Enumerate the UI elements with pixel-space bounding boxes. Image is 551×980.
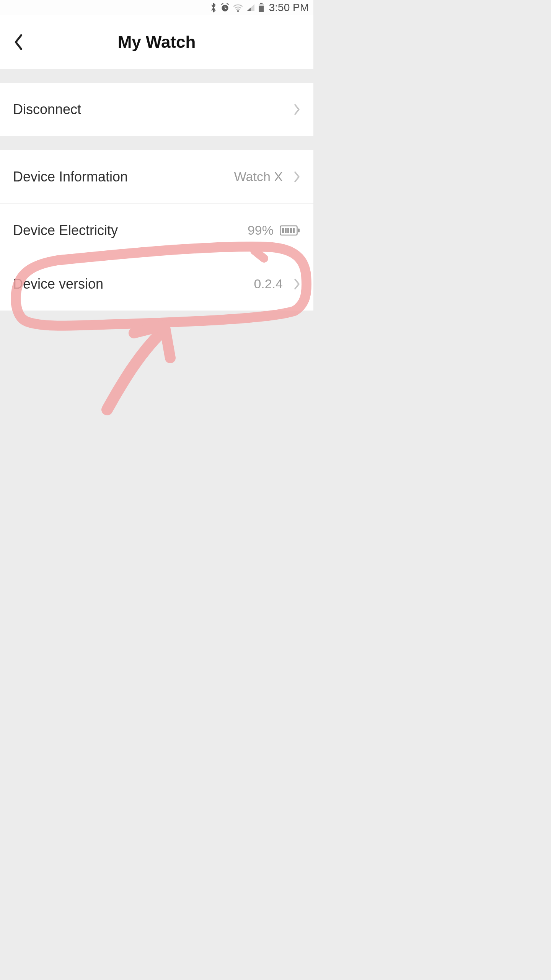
section-gap	[0, 69, 313, 83]
back-button[interactable]	[9, 33, 28, 52]
disconnect-label: Disconnect	[13, 101, 289, 118]
chevron-right-icon	[293, 278, 300, 290]
chevron-right-icon	[293, 171, 300, 183]
device-version-row[interactable]: Device version 0.2.4	[0, 257, 313, 311]
app-header: My Watch	[0, 15, 313, 69]
alarm-icon	[220, 3, 230, 13]
device-version-value: 0.2.4	[254, 276, 283, 291]
empty-area	[0, 311, 313, 551]
section-gap	[0, 136, 313, 150]
status-time: 3:50 PM	[269, 2, 309, 14]
page-title: My Watch	[0, 33, 313, 52]
chevron-right-icon	[293, 103, 300, 116]
svg-point-1	[237, 10, 238, 11]
device-electricity-label: Device Electricity	[13, 222, 248, 238]
svg-rect-4	[259, 6, 264, 12]
svg-rect-2	[260, 3, 262, 4]
battery-status-icon	[258, 3, 264, 13]
svg-rect-10	[290, 228, 292, 233]
device-electricity-value: 99%	[248, 223, 274, 238]
disconnect-row[interactable]: Disconnect	[0, 83, 313, 136]
svg-rect-9	[287, 228, 289, 233]
cellular-signal-icon	[246, 3, 255, 12]
svg-rect-8	[285, 228, 287, 233]
device-information-label: Device Information	[13, 169, 234, 185]
device-electricity-row: Device Electricity 99%	[0, 204, 313, 257]
bluetooth-icon	[210, 2, 217, 13]
device-information-value: Watch X	[234, 169, 283, 184]
device-version-label: Device version	[13, 276, 254, 292]
battery-level-icon	[280, 225, 300, 236]
wifi-icon	[233, 3, 243, 12]
svg-rect-6	[298, 229, 300, 232]
svg-rect-7	[282, 228, 284, 233]
status-bar: 3:50 PM	[0, 0, 313, 15]
device-information-row[interactable]: Device Information Watch X	[0, 150, 313, 204]
svg-rect-11	[293, 228, 295, 233]
